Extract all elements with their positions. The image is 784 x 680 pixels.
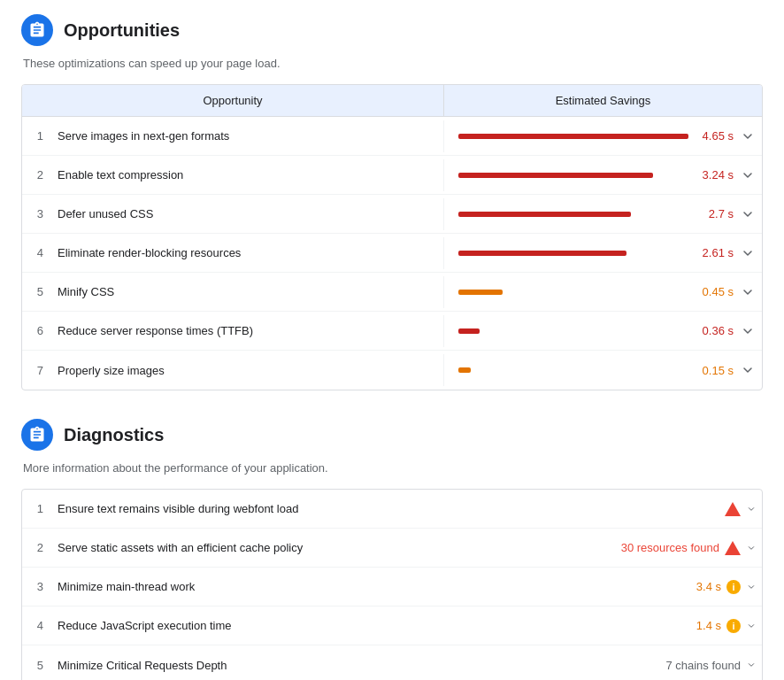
diag-status: 30 resources found	[588, 540, 748, 556]
savings-bar-container	[458, 290, 689, 295]
savings-bar	[458, 328, 480, 334]
savings-value: 2.61 s	[696, 246, 734, 259]
row-number: 6	[22, 324, 50, 337]
diagnostics-header: Diagnostics	[21, 419, 763, 451]
diag-status: 7 chains found	[588, 659, 748, 672]
row-number: 1	[22, 502, 50, 515]
chevron-down-icon[interactable]	[748, 541, 762, 555]
info-icon: i	[726, 619, 741, 633]
row-label: Reduce server response times (TTFB)	[50, 315, 443, 346]
clipboard-icon	[28, 21, 46, 39]
info-icon: i	[726, 580, 741, 594]
row-label: Ensure text remains visible during webfo…	[50, 493, 327, 524]
diag-status-text: 7 chains found	[665, 659, 741, 672]
diagnostics-clipboard-icon	[28, 426, 46, 444]
row-savings: 3.24 s	[443, 159, 762, 191]
diagnostics-icon	[21, 419, 53, 451]
row-label: Properly size images	[50, 355, 443, 386]
savings-bar-container	[458, 367, 689, 373]
savings-value: 4.65 s	[696, 129, 734, 143]
diag-status-text: 3.4 s	[696, 580, 721, 593]
diagnostics-subtitle: More information about the performance o…	[23, 461, 763, 475]
row-savings: 0.15 s	[443, 354, 762, 386]
opportunities-subtitle: These optimizations can speed up your pa…	[23, 57, 763, 70]
chevron-down-icon[interactable]	[741, 168, 755, 182]
row-savings: 2.61 s	[443, 237, 762, 269]
row-number: 2	[22, 541, 50, 554]
chevron-down-icon[interactable]	[741, 207, 755, 221]
diag-table-row: 2 Serve static assets with an efficient …	[22, 529, 762, 568]
diag-table-row: 1 Ensure text remains visible during web…	[22, 490, 762, 529]
row-savings: 2.7 s	[443, 198, 762, 230]
table-row: 6 Reduce server response times (TTFB) 0.…	[22, 312, 762, 351]
row-label: Minify CSS	[50, 276, 443, 307]
row-savings: 4.65 s	[443, 120, 762, 152]
diag-status-text: 30 resources found	[621, 541, 719, 554]
chevron-down-icon[interactable]	[741, 324, 755, 338]
opportunities-rows: 1 Serve images in next-gen formats 4.65 …	[22, 117, 762, 390]
warning-triangle	[725, 502, 741, 516]
table-row: 1 Serve images in next-gen formats 4.65 …	[22, 117, 762, 156]
chevron-down-icon[interactable]	[748, 619, 762, 633]
table-row: 5 Minify CSS 0.45 s	[22, 273, 762, 312]
row-number: 3	[22, 207, 50, 220]
warning-icon	[725, 501, 741, 517]
col-savings-header: Estimated Savings	[443, 85, 762, 116]
table-row: 4 Eliminate render-blocking resources 2.…	[22, 234, 762, 273]
table-row: 3 Defer unused CSS 2.7 s	[22, 195, 762, 234]
savings-value: 0.15 s	[696, 364, 734, 377]
savings-bar-container	[458, 212, 689, 217]
opportunities-header: Opportunities	[21, 14, 763, 46]
row-label: Enable text compression	[50, 159, 443, 190]
diagnostics-rows: 1 Ensure text remains visible during web…	[22, 490, 762, 680]
chevron-down-icon[interactable]	[748, 580, 762, 594]
table-row: 2 Enable text compression 3.24 s	[22, 156, 762, 195]
opportunities-table-header: Opportunity Estimated Savings	[22, 85, 762, 117]
opportunities-icon	[21, 14, 53, 46]
warning-triangle	[725, 541, 741, 555]
opportunities-table: Opportunity Estimated Savings 1 Serve im…	[21, 84, 763, 390]
row-savings: 0.36 s	[443, 315, 762, 347]
chevron-down-icon[interactable]	[741, 363, 755, 377]
chevron-down-icon[interactable]	[741, 246, 755, 260]
row-label: Reduce JavaScript execution time	[50, 610, 327, 641]
diagnostics-title: Diagnostics	[64, 425, 164, 445]
diag-status-text: 1.4 s	[696, 619, 721, 632]
diag-table-row: 4 Reduce JavaScript execution time 1.4 s…	[22, 607, 762, 645]
savings-bar-container	[458, 134, 689, 139]
chevron-down-icon[interactable]	[748, 658, 762, 672]
savings-bar-container	[458, 173, 689, 178]
chevron-down-icon[interactable]	[748, 502, 762, 516]
diagnostics-section: Diagnostics More information about the p…	[21, 419, 763, 680]
chevron-down-icon[interactable]	[741, 285, 755, 299]
opportunities-section: Opportunities These optimizations can sp…	[21, 14, 763, 390]
savings-bar-container	[458, 251, 689, 256]
chevron-down-icon[interactable]	[741, 129, 755, 143]
row-number: 1	[22, 129, 50, 143]
savings-bar	[458, 134, 688, 139]
savings-bar	[458, 251, 626, 256]
diag-status	[588, 501, 748, 517]
savings-value: 0.36 s	[696, 324, 734, 337]
row-label: Serve static assets with an efficient ca…	[50, 532, 327, 563]
savings-value: 0.45 s	[696, 285, 734, 298]
savings-bar	[458, 173, 653, 178]
savings-value: 2.7 s	[696, 207, 734, 220]
diag-table-row: 5 Minimize Critical Requests Depth 7 cha…	[22, 645, 762, 680]
savings-bar	[458, 367, 471, 373]
table-row: 7 Properly size images 0.15 s	[22, 351, 762, 390]
row-number: 4	[22, 246, 50, 259]
diagnostics-table: 1 Ensure text remains visible during web…	[21, 489, 763, 680]
savings-bar-container	[458, 328, 689, 334]
row-number: 7	[22, 364, 50, 377]
warning-icon	[725, 540, 741, 556]
row-number: 2	[22, 168, 50, 182]
row-label: Minimize main-thread work	[50, 571, 327, 602]
row-label: Serve images in next-gen formats	[50, 120, 443, 151]
row-label: Defer unused CSS	[50, 198, 443, 229]
savings-bar	[458, 290, 503, 295]
diag-status: 3.4 s i	[588, 580, 748, 594]
col-opportunity-header: Opportunity	[22, 85, 443, 116]
row-number: 3	[22, 580, 50, 593]
diag-status: 1.4 s i	[588, 619, 748, 633]
